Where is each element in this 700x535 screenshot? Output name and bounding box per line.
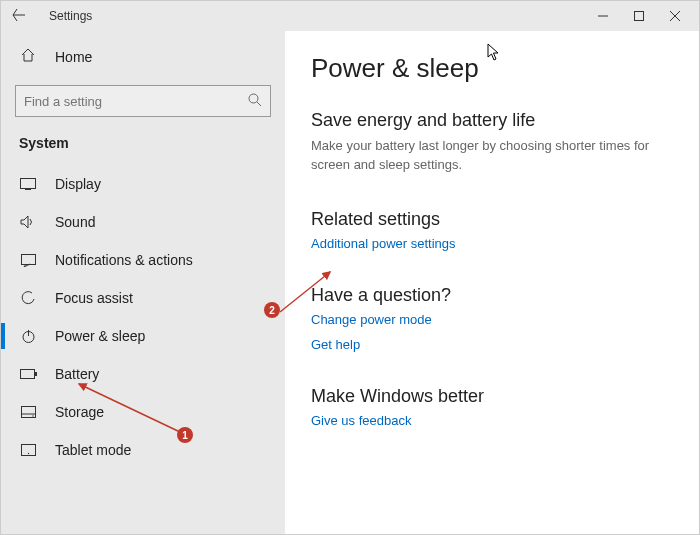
svg-rect-6 xyxy=(21,254,35,264)
sidebar-item-display[interactable]: Display xyxy=(1,165,285,203)
focus-icon xyxy=(19,291,37,306)
svg-rect-1 xyxy=(635,12,644,21)
energy-desc: Make your battery last longer by choosin… xyxy=(311,137,651,175)
sidebar-item-notifications[interactable]: Notifications & actions xyxy=(1,241,285,279)
sound-icon xyxy=(19,215,37,229)
sidebar-item-label: Display xyxy=(55,176,101,192)
svg-rect-10 xyxy=(35,372,37,376)
section-question: Have a question? Change power mode Get h… xyxy=(311,285,673,352)
sidebar-item-focus-assist[interactable]: Focus assist xyxy=(1,279,285,317)
power-icon xyxy=(19,329,37,344)
settings-window: Settings Home System xyxy=(0,0,700,535)
svg-rect-4 xyxy=(21,179,36,189)
section-related: Related settings Additional power settin… xyxy=(311,209,673,251)
svg-rect-9 xyxy=(20,370,34,379)
back-button[interactable] xyxy=(7,8,31,25)
close-button[interactable] xyxy=(657,2,693,30)
display-icon xyxy=(19,178,37,190)
home-label: Home xyxy=(55,49,92,65)
svg-point-15 xyxy=(27,453,28,454)
svg-line-3 xyxy=(257,102,261,106)
section-better: Make Windows better Give us feedback xyxy=(311,386,673,428)
sidebar-item-storage[interactable]: Storage xyxy=(1,393,285,431)
sidebar-item-power-sleep[interactable]: Power & sleep xyxy=(1,317,285,355)
sidebar-item-label: Storage xyxy=(55,404,104,420)
page-title: Power & sleep xyxy=(311,53,673,84)
search-icon xyxy=(247,92,263,112)
sidebar-item-battery[interactable]: Battery xyxy=(1,355,285,393)
nav-list: Display Sound Notifications & actions Fo… xyxy=(1,165,285,469)
titlebar: Settings xyxy=(1,1,699,31)
sidebar-item-sound[interactable]: Sound xyxy=(1,203,285,241)
link-change-power-mode[interactable]: Change power mode xyxy=(311,312,673,327)
maximize-button[interactable] xyxy=(621,2,657,30)
storage-icon xyxy=(19,406,37,418)
home-icon xyxy=(19,47,37,67)
content-pane: Power & sleep Save energy and battery li… xyxy=(285,31,699,534)
home-button[interactable]: Home xyxy=(1,39,285,75)
sidebar-item-label: Focus assist xyxy=(55,290,133,306)
sidebar-item-label: Notifications & actions xyxy=(55,252,193,268)
svg-point-13 xyxy=(32,415,33,416)
sidebar-item-label: Sound xyxy=(55,214,95,230)
svg-point-2 xyxy=(249,94,258,103)
question-heading: Have a question? xyxy=(311,285,673,306)
sidebar-item-label: Power & sleep xyxy=(55,328,145,344)
link-give-feedback[interactable]: Give us feedback xyxy=(311,413,673,428)
better-heading: Make Windows better xyxy=(311,386,673,407)
energy-heading: Save energy and battery life xyxy=(311,110,673,131)
link-additional-power-settings[interactable]: Additional power settings xyxy=(311,236,673,251)
section-energy: Save energy and battery life Make your b… xyxy=(311,110,673,175)
notifications-icon xyxy=(19,254,37,267)
search-input[interactable] xyxy=(15,85,271,117)
minimize-button[interactable] xyxy=(585,2,621,30)
window-title: Settings xyxy=(49,9,92,23)
link-get-help[interactable]: Get help xyxy=(311,337,673,352)
category-heading: System xyxy=(1,117,285,161)
sidebar-item-label: Battery xyxy=(55,366,99,382)
tablet-icon xyxy=(19,444,37,456)
sidebar: Home System Display Sound xyxy=(1,31,285,534)
sidebar-item-tablet-mode[interactable]: Tablet mode xyxy=(1,431,285,469)
search-wrap xyxy=(15,85,271,117)
battery-icon xyxy=(19,369,37,379)
related-heading: Related settings xyxy=(311,209,673,230)
sidebar-item-label: Tablet mode xyxy=(55,442,131,458)
